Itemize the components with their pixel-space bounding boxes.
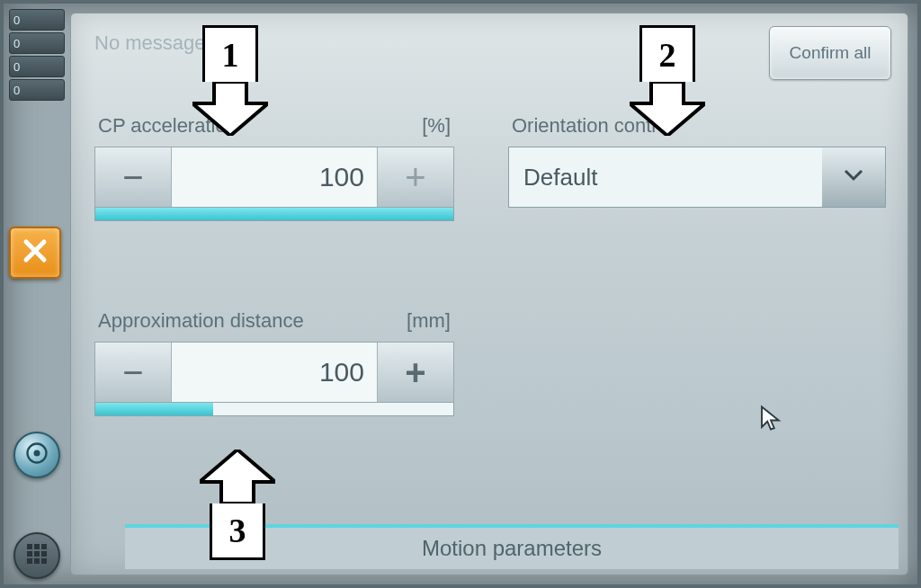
approximation-distance-stepper: − 100 + xyxy=(94,342,454,403)
status-badge: 0 xyxy=(9,9,65,31)
plus-icon: + xyxy=(405,157,425,198)
cp-acceleration-group: CP acceleration [%] − 100 + xyxy=(94,89,454,221)
svg-rect-9 xyxy=(34,558,40,564)
cp-acceleration-bar xyxy=(94,208,454,221)
params-row-1: CP acceleration [%] − 100 + xyxy=(94,89,891,221)
params-row-2: Approximation distance [mm] − 100 + xyxy=(94,284,891,416)
approximation-distance-decrement[interactable]: − xyxy=(95,343,172,402)
grip-icon xyxy=(23,540,50,571)
svg-rect-10 xyxy=(41,558,47,564)
mouse-cursor-icon xyxy=(759,405,782,432)
orientation-control-dropdown[interactable]: Default xyxy=(508,147,886,208)
group-header: CP acceleration [%] xyxy=(94,114,454,138)
minus-icon: − xyxy=(122,157,143,198)
screen-frame: 0 0 0 0 xyxy=(4,4,917,584)
confirm-all-label: Confirm all xyxy=(790,43,872,63)
grip-button[interactable] xyxy=(13,532,60,579)
status-badge: 0 xyxy=(9,56,65,77)
cp-acceleration-unit: [%] xyxy=(422,114,451,138)
bottom-tab[interactable]: Motion parameters xyxy=(125,524,899,569)
svg-rect-6 xyxy=(34,551,40,557)
cp-acceleration-stepper: − 100 + xyxy=(94,147,454,208)
status-value: 0 xyxy=(13,13,20,27)
approximation-distance-label: Approximation distance xyxy=(98,309,304,333)
main-panel: No messages Confirm all CP acceleration … xyxy=(70,13,908,575)
approximation-distance-value[interactable]: 100 xyxy=(172,343,377,402)
cp-acceleration-value[interactable]: 100 xyxy=(172,147,377,207)
status-badge: 0 xyxy=(9,79,65,101)
gear-icon xyxy=(24,441,49,469)
svg-rect-8 xyxy=(27,558,32,564)
cp-acceleration-decrement[interactable]: − xyxy=(95,147,172,207)
cp-acceleration-increment[interactable]: + xyxy=(377,147,453,207)
cp-acceleration-bar-fill xyxy=(95,208,453,220)
status-badge-cluster: 0 0 0 0 xyxy=(9,9,65,101)
close-icon xyxy=(22,237,49,268)
approximation-distance-group: Approximation distance [mm] − 100 + xyxy=(94,284,454,416)
svg-rect-7 xyxy=(41,551,47,557)
svg-rect-4 xyxy=(41,544,47,549)
top-bar: No messages Confirm all xyxy=(94,26,891,89)
status-badge: 0 xyxy=(9,32,65,54)
approximation-distance-unit: [mm] xyxy=(407,309,451,333)
group-header: Approximation distance [mm] xyxy=(94,309,454,333)
status-value: 0 xyxy=(13,84,20,97)
left-rail: 0 0 0 0 xyxy=(9,9,65,579)
svg-rect-3 xyxy=(34,544,40,549)
svg-rect-5 xyxy=(27,551,32,557)
chevron-down-icon xyxy=(844,169,863,185)
approximation-distance-bar-fill xyxy=(95,403,213,415)
close-button[interactable] xyxy=(9,227,61,279)
bottom-tab-title: Motion parameters xyxy=(422,536,602,561)
svg-point-1 xyxy=(34,450,40,457)
svg-rect-2 xyxy=(27,544,32,549)
approximation-distance-bar xyxy=(94,403,454,416)
orientation-control-toggle[interactable] xyxy=(822,147,885,207)
orientation-control-group: Orientation control Default xyxy=(508,89,886,221)
cp-acceleration-label: CP acceleration xyxy=(98,114,237,138)
orientation-control-value: Default xyxy=(509,147,822,207)
group-header: Orientation control xyxy=(508,114,886,138)
settings-button[interactable] xyxy=(13,432,60,478)
status-value: 0 xyxy=(13,37,20,50)
approximation-distance-increment[interactable]: + xyxy=(377,343,453,402)
orientation-control-label: Orientation control xyxy=(512,114,674,138)
confirm-all-button[interactable]: Confirm all xyxy=(769,26,891,80)
status-value: 0 xyxy=(13,60,20,74)
plus-icon: + xyxy=(405,352,425,393)
minus-icon: − xyxy=(122,352,143,393)
